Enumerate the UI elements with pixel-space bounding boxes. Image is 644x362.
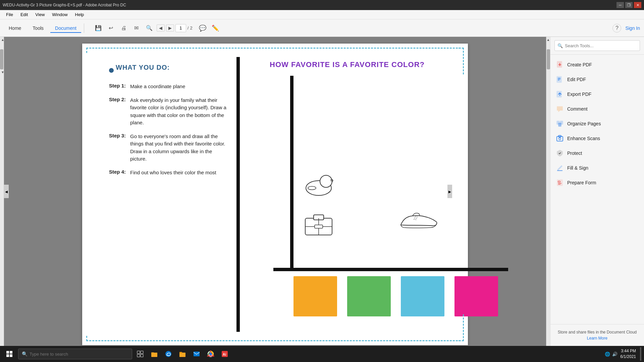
prev-page-button[interactable]: ◀ xyxy=(157,24,165,32)
scroll-down-arrow[interactable]: ▼ xyxy=(0,69,4,75)
what-you-do-heading: WHAT YOU DO: xyxy=(116,64,170,71)
instructions-panel: WHAT YOU DO: Step 1: Make a coordinate p… xyxy=(96,57,236,332)
print-button[interactable]: 🖨 xyxy=(119,23,128,33)
history-button[interactable]: ↩ xyxy=(106,23,116,33)
pdf-viewer[interactable]: ◂ WHAT YOU DO: Step 1: Make a coordinate… xyxy=(4,37,546,346)
start-button[interactable] xyxy=(3,347,16,361)
svg-rect-31 xyxy=(137,351,140,354)
svg-point-1 xyxy=(320,175,332,187)
show-desktop-button[interactable] xyxy=(640,347,641,361)
taskbar-search-icon: 🔍 xyxy=(22,351,28,357)
menu-file[interactable]: File xyxy=(3,11,16,18)
search-tools-input[interactable] xyxy=(565,43,637,48)
shoe-image xyxy=(397,206,441,231)
taskbar-search-input[interactable] xyxy=(30,352,128,357)
taskbar-edge[interactable] xyxy=(162,348,174,360)
menu-help[interactable]: Help xyxy=(72,11,88,18)
menu-window[interactable]: Window xyxy=(49,11,71,18)
next-page-button[interactable]: ▶ xyxy=(166,24,174,32)
tool-organize-pages[interactable]: Organize Pages xyxy=(550,116,644,131)
tool-export-pdf[interactable]: Export PDF xyxy=(550,87,644,102)
vertical-divider xyxy=(236,57,240,332)
taskbar-file-explorer[interactable] xyxy=(148,348,160,360)
step-1-label: Step 1: xyxy=(109,83,127,90)
menu-edit[interactable]: Edit xyxy=(17,11,31,18)
taskbar-acrobat[interactable]: Ai xyxy=(219,348,231,360)
toolbar: Home Tools Document 💾 ↩ 🖨 ✉ 🔍 ◀ ▶ / 2 💬 … xyxy=(0,19,644,37)
step-3: Step 3: Go to everyone's room and draw a… xyxy=(109,133,230,163)
svg-rect-39 xyxy=(179,352,182,353)
tool-comment[interactable]: Comment xyxy=(550,102,644,116)
color-square-blue xyxy=(401,276,444,316)
tool-fill-sign[interactable]: Fill & Sign xyxy=(550,161,644,175)
create-pdf-label: Create PDF xyxy=(567,62,592,67)
tool-edit-pdf[interactable]: Edit PDF xyxy=(550,72,644,87)
scroll-thumb[interactable] xyxy=(0,49,3,69)
comment-label: Comment xyxy=(567,106,588,112)
color-squares xyxy=(293,276,498,316)
toolbar-right: ? Sign In xyxy=(612,24,640,33)
clock-date: 6/1/2021 xyxy=(620,354,636,360)
svg-rect-14 xyxy=(557,76,561,82)
scroll-up-arrow[interactable]: ▲ xyxy=(0,37,4,43)
sign-in-button[interactable]: Sign In xyxy=(625,25,640,31)
step-4: Step 4: Find out who loves their color t… xyxy=(109,169,230,177)
minimize-button[interactable]: ─ xyxy=(616,2,624,8)
dashed-border-br xyxy=(459,314,464,341)
email-button[interactable]: ✉ xyxy=(132,23,141,33)
graph-area xyxy=(247,76,448,284)
taskbar-chrome[interactable] xyxy=(205,348,217,360)
expand-panel-left[interactable]: ◂ xyxy=(4,185,9,198)
enhance-scans-icon xyxy=(556,134,564,142)
page-total: 2 xyxy=(190,25,192,31)
tool-create-pdf[interactable]: Create PDF xyxy=(550,57,644,72)
graph-panel: HOW FAVORITE IS A FAVORITE COLOR? xyxy=(240,57,454,332)
color-square-orange xyxy=(293,276,337,316)
right-scrollbar[interactable]: ▲ xyxy=(546,37,550,346)
prepare-form-icon xyxy=(556,179,564,187)
tab-document[interactable]: Document xyxy=(50,24,81,33)
find-button[interactable]: 🔍 xyxy=(145,23,154,33)
pdf-page: WHAT YOU DO: Step 1: Make a coordinate p… xyxy=(82,44,468,345)
tool-protect[interactable]: Protect xyxy=(550,146,644,161)
pen-icon[interactable]: ✏️ xyxy=(211,23,220,33)
svg-rect-22 xyxy=(558,123,561,126)
step-3-label: Step 3: xyxy=(109,133,127,163)
step-2-label: Step 2: xyxy=(109,97,127,127)
search-icon: 🔍 xyxy=(557,43,563,48)
taskbar-task-view[interactable] xyxy=(134,348,146,360)
learn-more-button[interactable]: Learn More xyxy=(587,336,607,341)
tab-tools[interactable]: Tools xyxy=(28,24,48,33)
restore-button[interactable]: ❐ xyxy=(625,2,633,8)
tool-prepare-form[interactable]: Prepare Form xyxy=(550,175,644,190)
graph-title: HOW FAVORITE IS A FAVORITE COLOR? xyxy=(247,60,448,69)
color-square-pink xyxy=(454,276,498,316)
clock-time: 3:44 PM xyxy=(620,348,636,354)
taskbar-file-explorer-2[interactable] xyxy=(176,348,189,360)
axis-horizontal xyxy=(273,268,508,271)
left-scrollbar[interactable]: ▲ ▼ xyxy=(0,37,4,346)
step-4-label: Step 4: xyxy=(109,169,127,177)
axis-vertical xyxy=(290,76,293,270)
page-number-input[interactable] xyxy=(175,24,186,32)
tab-home[interactable]: Home xyxy=(4,24,26,33)
systray-icons: 🌐 🔊 xyxy=(605,352,618,357)
volume-icon: 🔊 xyxy=(612,352,618,357)
tool-enhance-scans[interactable]: Enhance Scans xyxy=(550,131,644,146)
svg-rect-18 xyxy=(557,91,561,97)
right-scroll-thumb[interactable] xyxy=(547,49,550,69)
toolbar-tabs: Home Tools Document xyxy=(4,24,81,32)
expand-panel-right[interactable]: ▸ xyxy=(447,185,452,198)
svg-point-43 xyxy=(210,353,212,355)
window-controls: ─ ❐ ✕ xyxy=(616,2,641,8)
step-2-text: Ask everybody in your family what their … xyxy=(130,97,230,127)
taskbar-outlook[interactable] xyxy=(191,348,203,360)
help-button[interactable]: ? xyxy=(612,24,621,33)
svg-rect-40 xyxy=(194,352,200,356)
menu-view[interactable]: View xyxy=(32,11,48,18)
close-button[interactable]: ✕ xyxy=(634,2,641,8)
toolbar-separator xyxy=(84,23,84,33)
comment-icon[interactable]: 💬 xyxy=(198,23,207,33)
save-button[interactable]: 💾 xyxy=(94,23,103,33)
page-navigation: ◀ ▶ / 2 xyxy=(157,24,193,32)
